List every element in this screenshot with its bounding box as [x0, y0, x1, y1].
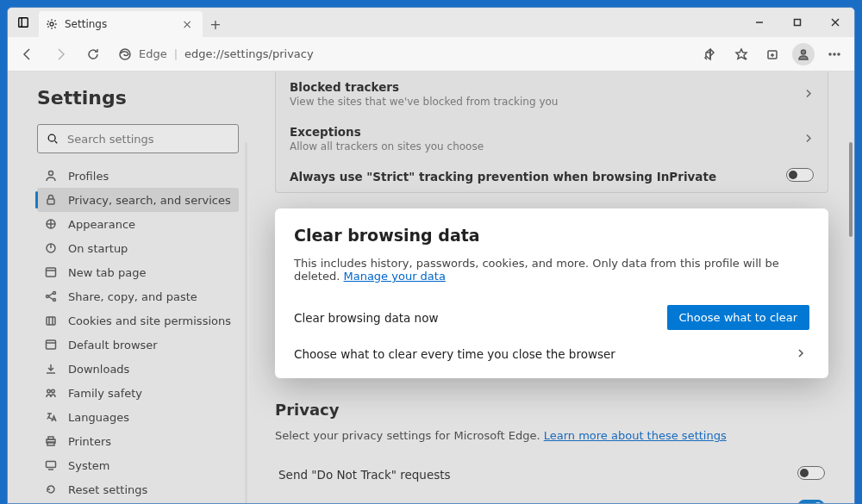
clear-now-row: Clear browsing data now Choose what to c… — [294, 296, 809, 339]
sidebar-item-label: Downloads — [68, 363, 129, 376]
forward-button[interactable] — [46, 40, 75, 68]
sidebar-item-default-browser[interactable]: Default browser — [37, 333, 239, 357]
sidebar-item-label: On startup — [68, 242, 128, 255]
dnt-label: Send "Do Not Track" requests — [278, 468, 451, 482]
sidebar-item-cookies-and-site-permissions[interactable]: Cookies and site permissions — [37, 308, 239, 333]
search-input[interactable] — [67, 133, 229, 146]
appearance-icon — [44, 217, 58, 231]
newtab-icon — [44, 265, 58, 279]
sidebar-item-label: System — [68, 459, 109, 472]
sidebar-item-reset-settings[interactable]: Reset settings — [37, 477, 239, 501]
svg-rect-28 — [47, 317, 55, 325]
read-aloud-icon[interactable] — [696, 40, 725, 68]
sidebar-item-downloads[interactable]: Downloads — [37, 357, 239, 381]
privacy-learn-more-link[interactable]: Learn more about these settings — [544, 429, 727, 442]
titlebar: Settings × + — [8, 8, 854, 37]
sidebar-item-label: Reset settings — [68, 483, 147, 496]
close-button[interactable] — [816, 8, 854, 37]
privacy-heading: Privacy — [275, 401, 828, 419]
payment-check-row: Allow sites to check if you have payment… — [275, 491, 828, 503]
sidebar-item-appearance[interactable]: Appearance — [37, 212, 239, 236]
svg-rect-0 — [19, 18, 28, 28]
sidebar-item-label: Profiles — [68, 170, 109, 183]
sidebar-item-languages[interactable]: Languages — [37, 405, 239, 429]
svg-point-12 — [802, 50, 806, 54]
svg-point-13 — [829, 53, 831, 55]
sidebar-item-new-tab-page[interactable]: New tab page — [37, 260, 239, 284]
sidebar-item-phone-and-other-devices[interactable]: Phone and other devices — [37, 501, 239, 503]
choose-what-to-clear-button[interactable]: Choose what to clear — [667, 305, 809, 330]
privacy-desc-text: Select your privacy settings for Microso… — [275, 429, 544, 442]
exceptions-title: Exceptions — [290, 125, 814, 139]
search-settings-box[interactable] — [37, 124, 239, 153]
system-icon — [44, 458, 58, 472]
browser-tab[interactable]: Settings × — [39, 11, 203, 37]
strict-inprivate-row: Always use "Strict" tracking prevention … — [276, 161, 828, 192]
collections-icon[interactable] — [758, 40, 787, 68]
back-button[interactable] — [13, 40, 42, 68]
svg-line-8 — [745, 58, 746, 59]
sidebar-item-label: Share, copy, and paste — [68, 290, 197, 303]
clear-on-close-row[interactable]: Choose what to clear every time you clos… — [294, 339, 809, 370]
settings-heading: Settings — [37, 87, 239, 109]
new-tab-button[interactable]: + — [203, 11, 228, 37]
browser-icon — [44, 338, 58, 352]
favorites-icon[interactable] — [727, 40, 756, 68]
svg-point-14 — [834, 53, 835, 55]
sidebar-item-printers[interactable]: Printers — [37, 429, 239, 453]
svg-line-17 — [55, 141, 58, 144]
more-menu-icon[interactable] — [820, 40, 849, 68]
url-text: edge://settings/privacy — [184, 47, 314, 60]
strict-inprivate-toggle[interactable] — [786, 168, 814, 185]
svg-rect-4 — [795, 20, 801, 26]
download-icon — [44, 362, 58, 376]
app-menu-icon[interactable] — [8, 8, 39, 37]
clear-data-description: This includes history, passwords, cookie… — [294, 257, 809, 283]
sidebar-item-on-startup[interactable]: On startup — [37, 236, 239, 260]
blocked-trackers-title: Blocked trackers — [290, 80, 814, 94]
manage-your-data-link[interactable]: Manage your data — [343, 270, 445, 283]
power-icon — [44, 241, 58, 255]
payment-check-toggle[interactable] — [797, 500, 825, 503]
exceptions-sub: Allow all trackers on sites you choose — [290, 140, 814, 152]
blocked-trackers-row[interactable]: Blocked trackers View the sites that we'… — [276, 72, 828, 116]
svg-point-18 — [49, 171, 53, 176]
sidebar-item-system[interactable]: System — [37, 453, 239, 477]
dnt-toggle[interactable] — [797, 466, 825, 482]
language-icon — [44, 410, 58, 424]
chevron-right-icon — [803, 86, 814, 103]
profile-avatar[interactable] — [789, 40, 818, 68]
clear-now-label: Clear browsing data now — [294, 311, 438, 325]
chevron-right-icon — [803, 131, 814, 147]
tab-title: Settings — [65, 18, 107, 30]
minimize-button[interactable] — [740, 8, 778, 37]
sidebar-item-share-copy-and-paste[interactable]: Share, copy, and paste — [37, 284, 239, 308]
svg-point-25 — [47, 296, 49, 298]
engine-label: Edge — [139, 47, 167, 60]
clear-on-close-label: Choose what to clear every time you clos… — [294, 347, 615, 361]
svg-point-16 — [48, 134, 55, 141]
main-scrollbar[interactable] — [849, 142, 853, 237]
gear-icon — [46, 18, 58, 30]
printer-icon — [44, 434, 58, 448]
sidebar-item-label: Languages — [68, 411, 129, 424]
sidebar-item-profiles[interactable]: Profiles — [37, 164, 239, 188]
exceptions-row[interactable]: Exceptions Allow all trackers on sites y… — [276, 116, 828, 161]
sidebar-item-privacy-search-and-services[interactable]: Privacy, search, and services — [37, 188, 239, 212]
tab-close-icon[interactable]: × — [178, 17, 196, 31]
address-bar[interactable]: Edge | edge://settings/privacy — [111, 41, 692, 67]
sidebar-item-label: Appearance — [68, 218, 135, 231]
lock-icon — [44, 193, 58, 207]
dnt-row: Send "Do Not Track" requests — [275, 457, 828, 491]
toolbar: Edge | edge://settings/privacy — [8, 37, 854, 72]
sidebar-item-label: Default browser — [68, 339, 158, 352]
sidebar-item-label: New tab page — [68, 266, 146, 279]
search-icon — [47, 133, 59, 145]
sidebar-item-family-safety[interactable]: Family safety — [37, 381, 239, 405]
share-icon — [44, 289, 58, 303]
refresh-button[interactable] — [78, 40, 108, 68]
sidebar-item-label: Family safety — [68, 387, 142, 400]
browser-window: Settings × + Edge | edge://settings/priv… — [7, 7, 855, 504]
maximize-button[interactable] — [778, 8, 816, 37]
sidebar-scrollbar[interactable] — [245, 142, 247, 503]
